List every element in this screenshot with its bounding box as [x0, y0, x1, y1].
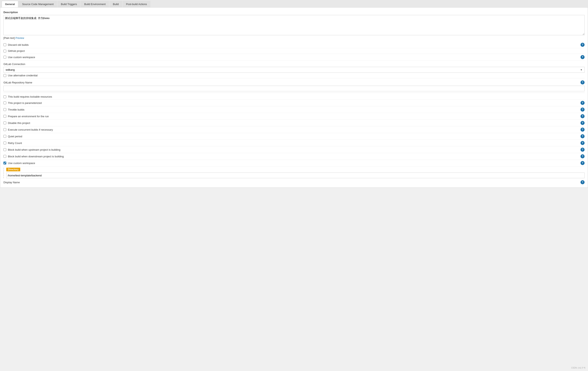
directory-label: Directory	[6, 168, 20, 171]
label-disable-project: Disable this project	[8, 121, 580, 125]
plain-text-row: [Plain text] Preview	[3, 37, 585, 40]
checkbox-block-upstream[interactable]	[3, 148, 6, 151]
checkboxes-bottom-group: This build requires lockable resourcesTh…	[3, 94, 585, 166]
repo-name-text: GitLab Repository Name	[3, 81, 32, 84]
label-discard-old-builds: Discard old builds	[8, 43, 580, 46]
checkbox-retry-count[interactable]	[3, 142, 6, 144]
repo-name-label-row: GitLab Repository Name ?	[3, 80, 585, 85]
label-throttle-builds: Throttle builds	[8, 108, 580, 111]
checkbox-row-parameterized: This project is parameterized?	[3, 100, 585, 106]
label-block-upstream: Block build when upstream project is bui…	[8, 148, 580, 151]
divider-1	[3, 93, 585, 93]
label-parameterized: This project is parameterized	[8, 101, 580, 105]
checkbox-block-downstream[interactable]	[3, 155, 6, 158]
checkbox-row-github-project: GitHub project	[3, 48, 585, 54]
tab-build[interactable]: Build	[109, 1, 122, 7]
alt-credential-checkbox[interactable]	[3, 74, 6, 77]
help-icon-retry-count[interactable]: ?	[580, 141, 585, 145]
gitlab-connection-select[interactable]: wdkang	[3, 67, 585, 73]
checkbox-prepare-env[interactable]	[3, 115, 6, 118]
gitlab-connection-label: GitLab Connection	[3, 63, 585, 65]
description-textarea[interactable]	[3, 15, 585, 35]
help-icon-parameterized[interactable]: ?	[580, 101, 585, 105]
label-use-custom-workspace-top: Use custom workspace	[8, 56, 580, 59]
checkbox-concurrent-builds[interactable]	[3, 128, 6, 131]
help-icon-throttle-builds[interactable]: ?	[580, 108, 585, 112]
directory-input[interactable]	[6, 173, 585, 178]
repo-name-help-icon[interactable]: ?	[580, 80, 585, 85]
repo-name-input[interactable]	[3, 86, 585, 91]
workspace-section: Directory	[3, 168, 585, 178]
checkbox-row-disable-project: Disable this project?	[3, 120, 585, 126]
label-use-custom-workspace-bottom: Use custom workspace	[8, 162, 580, 165]
help-icon-concurrent-builds[interactable]: ?	[580, 128, 585, 132]
alt-credential-label: Use alternative credential	[8, 74, 585, 77]
checkbox-use-custom-workspace-bottom[interactable]	[3, 162, 6, 164]
help-icon-block-downstream[interactable]: ?	[580, 154, 585, 158]
help-icon-disable-project[interactable]: ?	[580, 121, 585, 125]
checkbox-quiet-period[interactable]	[3, 135, 6, 138]
help-icon-discard-old-builds[interactable]: ?	[580, 43, 585, 47]
label-quiet-period: Quiet period	[8, 135, 580, 138]
tab-bar: GeneralSource Code ManagementBuild Trigg…	[0, 0, 588, 8]
display-name-help-icon[interactable]: ?	[580, 180, 585, 184]
tab-post-build[interactable]: Post-build Actions	[123, 1, 150, 7]
help-icon-use-custom-workspace-bottom[interactable]: ?	[580, 161, 585, 165]
label-github-project: GitHub project	[8, 49, 585, 53]
tab-build-environment[interactable]: Build Environment	[81, 1, 109, 7]
checkbox-row-retry-count: Retry Count?	[3, 140, 585, 146]
description-label: Description	[3, 11, 585, 14]
main-content: Description [Plain text] Preview Discard…	[0, 8, 588, 188]
checkbox-row-throttle-builds: Throttle builds?	[3, 106, 585, 113]
checkbox-parameterized[interactable]	[3, 101, 6, 104]
checkbox-row-discard-old-builds: Discard old builds?	[3, 42, 585, 48]
checkbox-row-prepare-env: Prepare an environment for the run?	[3, 113, 585, 120]
checkbox-row-block-downstream: Block build when downstream project is b…	[3, 153, 585, 160]
checkbox-row-lockable-resources: This build requires lockable resources	[3, 94, 585, 100]
tab-source-code[interactable]: Source Code Management	[19, 1, 57, 7]
checkbox-row-concurrent-builds: Execute concurrent builds if necessary?	[3, 126, 585, 133]
checkbox-use-custom-workspace-top[interactable]	[3, 56, 6, 58]
checkbox-disable-project[interactable]	[3, 121, 6, 124]
help-icon-use-custom-workspace-top[interactable]: ?	[580, 55, 585, 59]
help-icon-prepare-env[interactable]: ?	[580, 114, 585, 118]
checkbox-discard-old-builds[interactable]	[3, 43, 6, 46]
checkbox-github-project[interactable]	[3, 50, 6, 53]
checkbox-lockable-resources[interactable]	[3, 95, 6, 98]
display-name-label: Display Name	[3, 181, 20, 184]
label-block-downstream: Block build when downstream project is b…	[8, 155, 580, 158]
help-icon-block-upstream[interactable]: ?	[580, 148, 585, 152]
label-concurrent-builds: Execute concurrent builds if necessary	[8, 128, 580, 131]
display-name-row: Display Name ?	[3, 180, 585, 184]
preview-link[interactable]: Preview	[15, 37, 24, 40]
help-icon-quiet-period[interactable]: ?	[580, 134, 585, 138]
checkbox-row-quiet-period: Quiet period?	[3, 133, 585, 140]
checkbox-row-use-custom-workspace-bottom: Use custom workspace?	[3, 160, 585, 166]
label-lockable-resources: This build requires lockable resources	[8, 95, 585, 98]
checkbox-throttle-builds[interactable]	[3, 108, 6, 111]
gitlab-connection-select-wrapper: wdkang ▼	[3, 67, 585, 73]
alt-credential-row: Use alternative credential	[3, 73, 585, 78]
label-retry-count: Retry Count	[8, 142, 580, 145]
checkboxes-top-group: Discard old builds?GitHub projectUse cus…	[3, 42, 585, 61]
tab-general[interactable]: General	[2, 1, 18, 7]
plain-text-label: [Plain text]	[3, 37, 15, 40]
tab-build-triggers[interactable]: Build Triggers	[57, 1, 80, 7]
checkbox-row-block-upstream: Block build when upstream project is bui…	[3, 146, 585, 153]
label-prepare-env: Prepare an environment for the run	[8, 115, 580, 118]
checkbox-row-use-custom-workspace-top: Use custom workspace?	[3, 54, 585, 61]
